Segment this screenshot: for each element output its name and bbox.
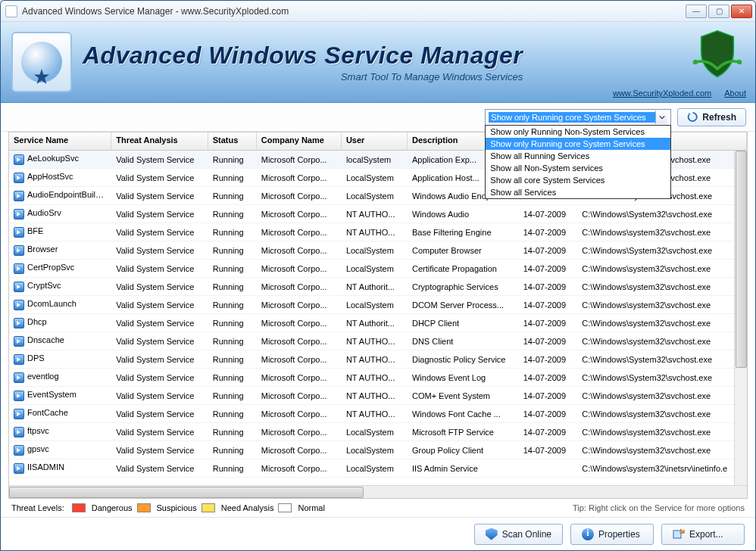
filter-select[interactable]: Show only Running core System Services bbox=[485, 109, 671, 126]
table-row[interactable]: CertPropSvcValid System ServiceRunningMi… bbox=[9, 260, 747, 278]
vertical-scrollbar[interactable] bbox=[734, 151, 747, 485]
table-row[interactable]: gpsvcValid System ServiceRunningMicrosof… bbox=[9, 441, 747, 459]
table-row[interactable]: DcomLaunchValid System ServiceRunningMic… bbox=[9, 296, 747, 314]
scan-online-label: Scan Online bbox=[502, 529, 551, 540]
cell-service-name: CryptSvc bbox=[9, 279, 111, 294]
cell-status: Running bbox=[208, 298, 257, 312]
window-title: Advanced Windows Service Manager - www.S… bbox=[22, 6, 686, 17]
filter-option[interactable]: Show all core System Services bbox=[486, 174, 670, 186]
filter-option[interactable]: Show only Running Non-System Services bbox=[486, 126, 670, 138]
table-row[interactable]: EventSystemValid System ServiceRunningMi… bbox=[9, 387, 747, 405]
cell-user: NT Authorit... bbox=[342, 280, 408, 294]
cell-company: Microsoft Corpo... bbox=[257, 171, 342, 185]
cell-date: 14-07-2009 bbox=[519, 207, 577, 221]
cell-path: C:\Windows\system32\svchost.exe bbox=[577, 280, 747, 294]
table-row[interactable]: ftpsvcValid System ServiceRunningMicroso… bbox=[9, 423, 747, 441]
cell-threat: Valid System Service bbox=[111, 153, 208, 167]
column-header[interactable]: Service Name bbox=[9, 132, 111, 150]
cell-company: Microsoft Corpo... bbox=[257, 353, 342, 366]
cell-threat: Valid System Service bbox=[111, 189, 208, 203]
table-row[interactable]: FontCacheValid System ServiceRunningMicr… bbox=[9, 405, 747, 423]
cell-service-name: eventlog bbox=[9, 369, 111, 384]
table-row[interactable]: DhcpValid System ServiceRunningMicrosoft… bbox=[9, 314, 747, 332]
column-header[interactable]: Threat Analysis bbox=[111, 132, 208, 150]
cell-user: NT AUTHO... bbox=[342, 407, 408, 421]
table-row[interactable]: DPSValid System ServiceRunningMicrosoft … bbox=[9, 350, 747, 369]
scroll-thumb[interactable] bbox=[736, 151, 747, 368]
cell-company: Microsoft Corpo... bbox=[257, 262, 342, 276]
app-subtitle: Smart Tool To Manage Windows Services bbox=[83, 71, 523, 82]
maximize-button[interactable]: ▢ bbox=[708, 5, 729, 18]
minimize-button[interactable]: — bbox=[686, 5, 707, 18]
filter-option[interactable]: Show all Running Services bbox=[486, 150, 670, 162]
cell-path: C:\Windows\system32\svchost.exe bbox=[577, 262, 747, 276]
export-icon bbox=[673, 528, 685, 540]
swatch-dangerous bbox=[72, 503, 86, 512]
filter-option[interactable]: Show all Non-System services bbox=[486, 162, 670, 174]
column-header[interactable]: Company Name bbox=[257, 132, 342, 150]
cell-company: Microsoft Corpo... bbox=[257, 280, 342, 294]
cell-description: Certificate Propagation bbox=[408, 262, 519, 276]
cell-path: C:\Windows\System32\svchost.exe bbox=[577, 207, 747, 221]
cell-date: 14-07-2009 bbox=[519, 389, 577, 403]
cell-service-name: BFE bbox=[9, 224, 111, 239]
info-icon bbox=[582, 528, 594, 540]
legend-need: Need Analysis bbox=[221, 503, 274, 512]
legend-normal: Normal bbox=[298, 503, 324, 512]
cell-threat: Valid System Service bbox=[111, 226, 208, 239]
app-logo bbox=[11, 32, 72, 92]
cell-service-name: Browser bbox=[9, 242, 111, 257]
table-row[interactable]: CryptSvcValid System ServiceRunningMicro… bbox=[9, 278, 747, 296]
cell-user: NT AUTHO... bbox=[342, 207, 408, 221]
scroll-thumb[interactable] bbox=[9, 487, 364, 498]
filter-option[interactable]: Show all Services bbox=[486, 186, 670, 198]
cell-threat: Valid System Service bbox=[111, 462, 208, 475]
table-body[interactable]: AeLookupSvcValid System ServiceRunningMi… bbox=[9, 151, 747, 485]
cell-threat: Valid System Service bbox=[111, 207, 208, 221]
close-button[interactable]: ✕ bbox=[731, 5, 752, 18]
filter-option[interactable]: Show only Running core System Services bbox=[486, 138, 670, 150]
cell-date: 14-07-2009 bbox=[519, 335, 577, 348]
horizontal-scrollbar[interactable] bbox=[9, 485, 747, 498]
cell-company: Microsoft Corpo... bbox=[257, 316, 342, 330]
properties-button[interactable]: Properties bbox=[570, 524, 654, 545]
cell-status: Running bbox=[208, 280, 257, 294]
export-button[interactable]: Export... bbox=[661, 524, 745, 545]
cell-date: 14-07-2009 bbox=[519, 298, 577, 312]
cell-status: Running bbox=[208, 316, 257, 330]
cell-status: Running bbox=[208, 244, 257, 257]
chevron-down-icon[interactable] bbox=[655, 111, 667, 124]
filter-dropdown[interactable]: Show only Running Non-System Services Sh… bbox=[485, 125, 671, 199]
app-title: Advanced Windows Service Manager bbox=[83, 42, 523, 70]
cell-user: LocalSystem bbox=[342, 244, 408, 257]
cell-user: NT AUTHO... bbox=[342, 353, 408, 366]
scan-online-button[interactable]: Scan Online bbox=[474, 524, 563, 545]
footer-buttons: Scan Online Properties Export... bbox=[1, 517, 755, 550]
properties-label: Properties bbox=[598, 529, 640, 540]
cell-company: Microsoft Corpo... bbox=[257, 298, 342, 312]
tip-text: Tip: Right click on the Service for more… bbox=[573, 503, 745, 512]
table-row[interactable]: IISADMINValid System ServiceRunningMicro… bbox=[9, 459, 747, 478]
cell-path: C:\Windows\system32\svchost.exe bbox=[577, 316, 747, 330]
column-header[interactable]: Status bbox=[208, 132, 257, 150]
cell-status: Running bbox=[208, 171, 257, 185]
table-row[interactable]: AudioSrvValid System ServiceRunningMicro… bbox=[9, 205, 747, 223]
cell-date bbox=[519, 466, 577, 471]
cell-service-name: gpsvc bbox=[9, 442, 111, 457]
cell-date: 14-07-2009 bbox=[519, 371, 577, 384]
table-row[interactable]: BrowserValid System ServiceRunningMicros… bbox=[9, 241, 747, 260]
table-row[interactable]: BFEValid System ServiceRunningMicrosoft … bbox=[9, 223, 747, 241]
table-row[interactable]: DnscacheValid System ServiceRunningMicro… bbox=[9, 332, 747, 350]
titlebar[interactable]: Advanced Windows Service Manager - www.S… bbox=[1, 1, 755, 22]
cell-service-name: ftpsvc bbox=[9, 424, 111, 439]
table-row[interactable]: eventlogValid System ServiceRunningMicro… bbox=[9, 369, 747, 387]
refresh-button[interactable]: Refresh bbox=[677, 108, 746, 126]
cell-service-name: IISADMIN bbox=[9, 460, 111, 475]
column-header[interactable]: User bbox=[342, 132, 408, 150]
site-link[interactable]: www.SecurityXploded.com bbox=[613, 89, 711, 98]
svg-point-0 bbox=[693, 60, 698, 64]
cell-path: C:\Windows\system32\inetsrv\inetinfo.e bbox=[577, 462, 747, 475]
cell-description: DHCP Client bbox=[408, 316, 519, 330]
cell-date: 14-07-2009 bbox=[519, 444, 577, 457]
about-link[interactable]: About bbox=[724, 89, 746, 98]
